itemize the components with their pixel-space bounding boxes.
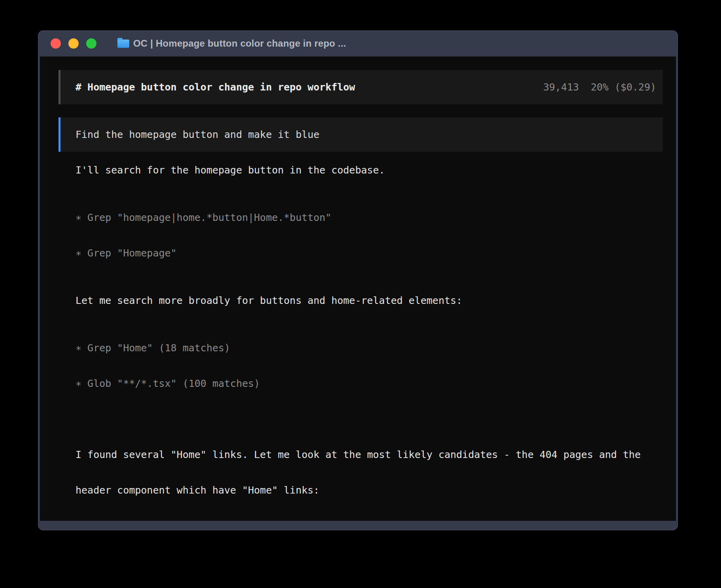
token-count: 39,413 (543, 81, 579, 93)
tool-call-grep: ∗ Grep "Homepage" (75, 247, 676, 259)
user-message-text: Find the homepage button and make it blu… (75, 129, 319, 141)
assistant-text: I found several "Home" links. Let me loo… (75, 425, 676, 520)
titlebar[interactable]: OC | Homepage button color change in rep… (38, 30, 678, 57)
context-percent: 20% (591, 81, 608, 93)
zoom-button[interactable] (86, 38, 96, 49)
session-cost: ($0.29) (615, 81, 656, 93)
terminal-window: OC | Homepage button color change in rep… (38, 30, 678, 530)
tool-call-group: ∗ Grep "homepage|home.*button|Home.*butt… (75, 188, 676, 283)
session-title: # Homepage button color change in repo w… (75, 81, 355, 93)
assistant-text-line: header component which have "Home" links… (75, 484, 676, 496)
user-message: Find the homepage button and make it blu… (59, 117, 663, 152)
session-stats: 39,41320%($0.29) (543, 81, 656, 93)
tool-call-group: ∗ Grep "Home" (18 matches) ∗ Glob "**/*.… (75, 318, 676, 413)
tool-call-grep: ∗ Grep "homepage|home.*button|Home.*butt… (75, 212, 676, 224)
assistant-text-line: I found several "Home" links. Let me loo… (75, 449, 676, 461)
close-button[interactable] (51, 38, 61, 49)
session-header: # Homepage button color change in repo w… (59, 70, 663, 104)
tool-call-grep: ∗ Grep "Home" (18 matches) (75, 342, 676, 354)
folder-icon (117, 40, 129, 48)
minimize-button[interactable] (68, 38, 79, 49)
terminal-viewport: # Homepage button color change in repo w… (40, 57, 676, 521)
tool-call-glob: ∗ Glob "**/*.tsx" (100 matches) (75, 378, 676, 390)
window-title: OC | Homepage button color change in rep… (133, 38, 346, 49)
assistant-text: I'll search for the homepage button in t… (75, 164, 676, 176)
assistant-text: Let me search more broadly for buttons a… (75, 295, 676, 307)
